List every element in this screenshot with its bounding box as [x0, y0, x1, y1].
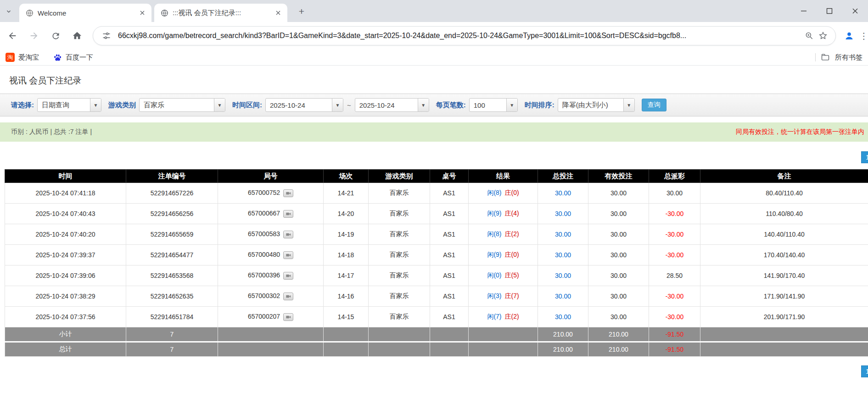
- round-number: 657000480: [248, 251, 280, 258]
- cell-table-no: AS1: [430, 204, 469, 224]
- cell-table-no: AS1: [430, 245, 469, 265]
- cell-table-no: AS1: [430, 286, 469, 307]
- col-header-result: 结果: [469, 170, 538, 183]
- select-label: 请选择:: [11, 101, 34, 110]
- forward-icon[interactable]: [25, 27, 43, 45]
- cell-total-bet[interactable]: 30.00: [538, 183, 588, 204]
- game-type-label: 游戏类别: [108, 101, 136, 110]
- video-replay-icon[interactable]: [283, 272, 293, 280]
- pagination-bottom: 1: [0, 365, 868, 377]
- date-end-select[interactable]: 2025-10-24 ▼: [355, 98, 429, 112]
- cell-game: 百家乐: [369, 286, 430, 307]
- col-header-remark: 备注: [700, 170, 868, 183]
- cell-total-bet[interactable]: 30.00: [538, 265, 588, 286]
- cell-bet-id: 522914652635: [126, 286, 218, 307]
- cell-bet-id: 522914654477: [126, 245, 218, 265]
- cell-result: 闲(9)庄(0): [469, 245, 538, 265]
- tab-close-icon[interactable]: [138, 8, 147, 17]
- page-title: 视讯 会员下注纪录: [9, 75, 868, 87]
- table-body: 2025-10-24 07:41:18 522914657226 6570007…: [5, 183, 868, 327]
- video-replay-icon[interactable]: [283, 313, 293, 321]
- bet-record-table: 时间 注单编号 局号 场次 游戏类别 桌号 结果 总投注 有效投注 总派彩 备注…: [5, 169, 868, 357]
- cell-valid-bet: 30.00: [588, 265, 649, 286]
- site-settings-tune-icon[interactable]: [100, 29, 113, 43]
- video-replay-icon[interactable]: [283, 231, 293, 238]
- query-button[interactable]: 查询: [642, 99, 666, 111]
- cell-payout: -30.00: [649, 224, 700, 245]
- cell-time: 2025-10-24 07:40:20: [5, 224, 126, 245]
- date-start-select[interactable]: 2025-10-24 ▼: [265, 98, 343, 112]
- refresh-icon[interactable]: [46, 27, 65, 45]
- cell-session: 14-18: [324, 245, 369, 265]
- cell-game: 百家乐: [369, 224, 430, 245]
- video-replay-icon[interactable]: [283, 189, 293, 197]
- result-banker: 庄(7): [505, 292, 519, 299]
- video-replay-icon[interactable]: [283, 293, 293, 300]
- minimize-button[interactable]: [791, 0, 817, 22]
- tab-close-icon[interactable]: [274, 8, 283, 17]
- cell-result: 闲(8)庄(0): [469, 183, 538, 204]
- sort-select[interactable]: 降幂(由大到小) ▼: [558, 98, 635, 112]
- cell-round: 657000752: [218, 183, 324, 204]
- subtotal-row: 小计 7 210.00 210.00 -91.50: [5, 327, 868, 342]
- cell-round: 657000583: [218, 224, 324, 245]
- round-number: 657000752: [248, 189, 280, 196]
- cell-game: 百家乐: [369, 245, 430, 265]
- cell-total-bet[interactable]: 30.00: [538, 224, 588, 245]
- table-row: 2025-10-24 07:40:43 522914656256 6570006…: [5, 204, 868, 224]
- total-total-bet: 210.00: [538, 342, 588, 357]
- bookmark-label: 百度一下: [66, 53, 93, 62]
- cell-table-no: AS1: [430, 307, 469, 327]
- browser-menu-icon[interactable]: ⋮: [860, 27, 868, 45]
- home-icon[interactable]: [68, 27, 86, 45]
- all-bookmarks-label: 所有书签: [835, 53, 862, 62]
- all-bookmarks[interactable]: 所有书签: [815, 52, 862, 62]
- profile-avatar-icon[interactable]: [841, 28, 857, 44]
- page-1-button[interactable]: 1: [861, 151, 868, 163]
- page-1-button[interactable]: 1: [861, 365, 868, 377]
- cell-payout: -30.00: [649, 307, 700, 327]
- zoom-icon[interactable]: [802, 29, 816, 43]
- page-size-select[interactable]: 100 ▼: [469, 98, 518, 112]
- cell-bet-id: 522914653568: [126, 265, 218, 286]
- cell-table-no: AS1: [430, 224, 469, 245]
- maximize-button[interactable]: [817, 0, 842, 22]
- result-player: 闲(9): [487, 251, 501, 258]
- round-number: 657000583: [248, 230, 280, 238]
- total-valid-bet: 210.00: [588, 342, 649, 357]
- cell-payout: -30.00: [649, 245, 700, 265]
- chevron-down-icon: ▼: [506, 99, 517, 111]
- date-range-label: 时间区间:: [232, 101, 262, 110]
- page-content: 视讯 会员下注纪录 请选择: 日期查询 ▼ 游戏类别 百家乐 ▼ 时间区间: 2…: [0, 66, 868, 398]
- chevron-down-icon: ▼: [214, 99, 225, 111]
- bookmark-taobao[interactable]: 淘 爱淘宝: [6, 53, 39, 62]
- video-replay-icon[interactable]: [283, 251, 293, 259]
- address-bar[interactable]: 66cxkj98.com/game/betrecord_search/kind3…: [93, 26, 836, 45]
- game-type-select[interactable]: 百家乐 ▼: [139, 98, 225, 112]
- cell-round: 657000667: [218, 204, 324, 224]
- info-bar: 币别 : 人民币 | 总共 :7 注单 | 同局有效投注，统一计算在该局第一张注…: [0, 122, 868, 142]
- tab-welcome[interactable]: Welcome: [19, 4, 151, 22]
- cell-round: 657000207: [218, 307, 324, 327]
- bookmarks-bar: 淘 爱淘宝 百度一下 所有书签: [0, 50, 868, 66]
- folder-icon: [820, 52, 830, 62]
- bookmark-star-icon[interactable]: [816, 29, 830, 43]
- back-icon[interactable]: [3, 27, 22, 45]
- video-replay-icon[interactable]: [283, 210, 293, 218]
- tab-betrecord[interactable]: :::视讯 会员下注纪录:::: [154, 4, 287, 22]
- close-window-button[interactable]: [842, 0, 868, 22]
- cell-total-bet[interactable]: 30.00: [538, 307, 588, 327]
- cell-total-bet[interactable]: 30.00: [538, 286, 588, 307]
- new-tab-button[interactable]: +: [296, 6, 308, 17]
- game-type-value: 百家乐: [140, 99, 214, 111]
- tab-list-chevron-icon[interactable]: [4, 6, 14, 17]
- cell-remark: 80.40/110.40: [700, 183, 868, 204]
- query-type-select[interactable]: 日期查询 ▼: [37, 98, 101, 112]
- bookmark-baidu[interactable]: 百度一下: [53, 53, 93, 62]
- cell-bet-id: 522914657226: [126, 183, 218, 204]
- result-player: 闲(3): [487, 292, 501, 299]
- window-controls: [791, 0, 868, 22]
- cell-total-bet[interactable]: 30.00: [538, 204, 588, 224]
- sort-value: 降幂(由大到小): [558, 99, 623, 111]
- cell-total-bet[interactable]: 30.00: [538, 245, 588, 265]
